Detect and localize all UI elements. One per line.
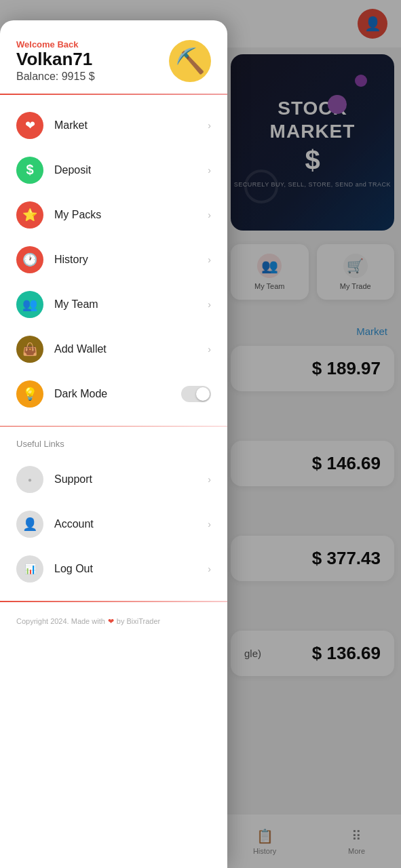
my-packs-label: My Packs <box>54 209 208 221</box>
menu-item-support[interactable]: ● Support › <box>0 457 227 502</box>
avatar-emoji: ⛏️ <box>175 47 206 75</box>
deposit-icon: $ <box>16 157 43 184</box>
copyright-text: Copyright 2024. Made with <box>16 617 105 625</box>
user-info: Welcome Back Volkan71 Balance: 9915 $ <box>16 39 95 83</box>
logout-label: Log Out <box>54 563 208 575</box>
add-wallet-chevron: › <box>208 344 211 355</box>
deposit-chevron: › <box>208 165 211 176</box>
support-label: Support <box>54 473 208 486</box>
section-divider <box>0 426 227 427</box>
history-icon: 🕐 <box>16 246 43 273</box>
useful-links-heading: Useful Links <box>0 431 227 452</box>
add-wallet-label: Add Wallet <box>54 343 208 355</box>
my-team-sidebar-label: My Team <box>54 298 208 311</box>
menu-item-my-team[interactable]: 👥 My Team › <box>0 282 227 327</box>
toggle-switch[interactable] <box>181 386 211 402</box>
market-label: Market <box>54 119 208 132</box>
menu-item-deposit[interactable]: $ Deposit › <box>0 148 227 193</box>
useful-links-list: ● Support › 👤 Account › 📊 Log Out › <box>0 452 227 597</box>
market-icon: ❤ <box>16 112 43 139</box>
add-wallet-icon: 👜 <box>16 336 43 363</box>
logout-icon: 📊 <box>16 555 43 583</box>
dark-mode-toggle[interactable] <box>181 386 211 402</box>
balance: Balance: 9915 $ <box>16 71 95 83</box>
my-team-sidebar-icon: 👥 <box>16 291 43 318</box>
menu-item-logout[interactable]: 📊 Log Out › <box>0 547 227 591</box>
market-chevron: › <box>208 120 211 131</box>
logout-chevron: › <box>208 564 211 574</box>
menu-list: ❤ Market › $ Deposit › ⭐ My Packs › 🕐 Hi… <box>0 98 227 422</box>
toggle-knob <box>196 387 210 401</box>
my-team-chevron: › <box>208 299 211 310</box>
heart-icon: ❤ <box>108 617 114 626</box>
menu-item-account[interactable]: 👤 Account › <box>0 502 227 547</box>
menu-item-dark-mode[interactable]: 💡 Dark Mode <box>0 372 227 416</box>
menu-item-add-wallet[interactable]: 👜 Add Wallet › <box>0 327 227 372</box>
sidebar-drawer: Welcome Back Volkan71 Balance: 9915 $ ⛏️… <box>0 20 227 868</box>
dark-mode-label: Dark Mode <box>54 388 181 400</box>
footer-divider <box>0 601 227 602</box>
user-avatar[interactable]: ⛏️ <box>169 40 211 82</box>
history-label: History <box>54 254 208 266</box>
copyright-suffix: by BixiTrader <box>117 617 160 625</box>
menu-item-my-packs[interactable]: ⭐ My Packs › <box>0 193 227 237</box>
account-chevron: › <box>208 519 211 530</box>
username: Volkan71 <box>16 50 95 69</box>
header-divider <box>0 94 227 95</box>
menu-item-history[interactable]: 🕐 History › <box>0 237 227 282</box>
menu-item-market[interactable]: ❤ Market › <box>0 103 227 148</box>
support-chevron: › <box>208 474 211 485</box>
footer-copyright: Copyright 2024. Made with ❤ by BixiTrade… <box>0 606 227 642</box>
dark-mode-icon: 💡 <box>16 380 43 408</box>
account-label: Account <box>54 518 208 530</box>
user-header: Welcome Back Volkan71 Balance: 9915 $ ⛏️ <box>0 20 227 94</box>
deposit-label: Deposit <box>54 164 208 176</box>
my-packs-chevron: › <box>208 210 211 220</box>
welcome-text: Welcome Back <box>16 39 95 50</box>
account-icon: 👤 <box>16 511 43 538</box>
history-chevron: › <box>208 254 211 265</box>
support-icon: ● <box>16 466 43 493</box>
my-packs-icon: ⭐ <box>16 201 43 229</box>
